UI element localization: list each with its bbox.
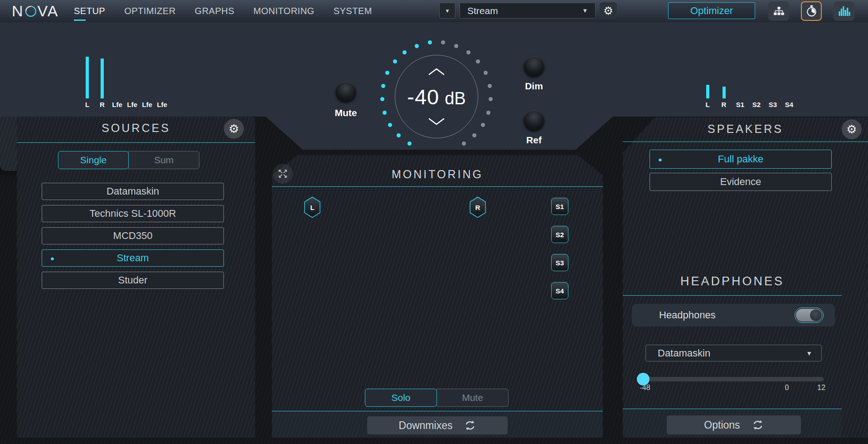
downmixes-label: Downmixes — [399, 420, 453, 432]
speaker-item-evidence[interactable]: Evidence — [650, 173, 832, 191]
speakers-settings-button[interactable]: ⚙ — [842, 119, 862, 139]
meter-channel: Lfe — [155, 53, 170, 109]
gear-icon: ⚙ — [603, 5, 613, 16]
dim-label: Dim — [518, 81, 550, 92]
caret-down-icon: ▼ — [806, 350, 812, 357]
gear-icon: ⚙ — [846, 123, 857, 135]
toggle-knob — [810, 309, 822, 321]
monitor-channel-L[interactable]: L — [304, 196, 321, 218]
monitoring-divider — [272, 186, 603, 187]
nova-logo: N VA — [12, 0, 58, 22]
nova-logo-o-icon — [25, 5, 37, 17]
slider-max-label: 12 — [808, 384, 835, 392]
nav-item-monitoring[interactable]: MONITORING — [253, 0, 315, 22]
meter-label: S2 — [752, 101, 761, 109]
optimizer-button[interactable]: Optimizer — [668, 2, 755, 19]
stopwatch-icon — [805, 5, 818, 17]
downmixes-button[interactable]: Downmixes — [367, 416, 508, 434]
ref-button[interactable] — [524, 110, 544, 131]
ref-label: Ref — [518, 135, 550, 146]
meter-channel: S1 — [732, 71, 748, 109]
meter-label: R — [100, 101, 105, 109]
headphones-toggle[interactable] — [796, 309, 822, 322]
monitor-channel-R[interactable]: R — [469, 196, 486, 218]
mute-button[interactable] — [335, 82, 356, 102]
volume-db-unit: dB — [445, 89, 466, 108]
meter-bar — [101, 59, 104, 98]
caret-down-icon: ▼ — [445, 8, 450, 14]
meter-bar — [86, 57, 89, 98]
volume-up-chevron[interactable] — [428, 68, 445, 75]
speaker-item-label: Evidence — [720, 176, 761, 188]
sources-settings-button[interactable]: ⚙ — [224, 119, 244, 139]
speakers-title: SPEAKERS — [623, 122, 868, 136]
network-view-button[interactable] — [768, 1, 789, 21]
monitor-channel-S1[interactable]: S1 — [551, 198, 568, 215]
meter-label: L — [85, 101, 89, 109]
mode-single-button[interactable]: Single — [58, 151, 129, 169]
slider-zero-label: 0 — [773, 384, 800, 392]
source-item-mcd350[interactable]: MCD350 — [42, 227, 224, 244]
headphones-volume-slider-thumb[interactable] — [637, 373, 650, 385]
nav-item-graphs[interactable]: GRAPHS — [195, 0, 234, 22]
source-item-stream[interactable]: ● Stream — [42, 249, 224, 267]
meter-channel: Lfe — [140, 53, 155, 109]
meter-channel: L — [699, 71, 716, 109]
meter-channel: S4 — [781, 71, 797, 109]
mode-sum-button[interactable]: Sum — [128, 151, 199, 169]
meter-channel: R — [716, 71, 732, 109]
meter-label: S3 — [769, 101, 777, 109]
solo-button[interactable]: Solo — [365, 389, 437, 407]
meter-label: L — [705, 101, 709, 109]
source-select-value: Stream — [467, 5, 498, 16]
nav-item-optimizer[interactable]: OPTIMIZER — [124, 0, 175, 22]
swap-cycle-icon — [464, 420, 476, 431]
nav-item-setup[interactable]: SETUP — [74, 0, 105, 22]
source-item-label: MCD350 — [113, 230, 153, 242]
sources-divider — [17, 142, 255, 143]
meter-bar — [706, 85, 709, 98]
source-item-studer[interactable]: Studer — [42, 272, 224, 289]
meter-label: S4 — [785, 101, 793, 109]
options-button[interactable]: Options — [667, 415, 801, 434]
headphones-footer-divider — [623, 409, 842, 409]
speaker-level-meters: L R S1 S2 S3 S4 — [699, 71, 797, 109]
volume-value: -40 dB — [407, 84, 466, 109]
logo-letter-n: N — [12, 2, 24, 20]
meter-bar — [723, 87, 726, 98]
speakers-divider — [623, 141, 868, 142]
headphones-enable-card: Headphones — [632, 304, 835, 327]
meter-label: Lfe — [142, 101, 152, 109]
monitor-channel-S3[interactable]: S3 — [551, 254, 568, 271]
headphones-divider — [623, 295, 842, 296]
equalizer-bars-icon — [838, 5, 850, 17]
source-select[interactable]: Stream ▼ — [460, 3, 596, 19]
nav-settings-button[interactable]: ⚙ — [600, 2, 617, 19]
source-item-label: Datamaskin — [107, 185, 159, 197]
volume-knob[interactable]: -40 dB — [395, 55, 478, 138]
monitor-channel-S2[interactable]: S2 — [551, 226, 568, 243]
meter-label: R — [722, 101, 727, 109]
selected-bullet-icon: ● — [50, 254, 54, 262]
swap-cycle-icon — [752, 420, 764, 430]
monitor-channel-S4[interactable]: S4 — [551, 282, 568, 299]
mute-mode-button[interactable]: Mute — [436, 389, 509, 407]
headphones-output-value: Datamaskin — [658, 347, 710, 359]
headphones-output-select[interactable]: Datamaskin ▼ — [645, 345, 822, 361]
source-item-datamaskin[interactable]: Datamaskin — [42, 183, 224, 200]
meter-channel: S3 — [765, 71, 781, 109]
headphones-volume-slider-track[interactable] — [637, 377, 824, 381]
meter-channel: L — [80, 53, 95, 109]
meters-view-button[interactable] — [834, 1, 854, 21]
timer-mode-button[interactable] — [801, 1, 822, 21]
dim-button[interactable] — [524, 56, 544, 77]
source-quick-dropdown[interactable]: ▼ — [439, 3, 456, 19]
volume-down-chevron[interactable] — [428, 118, 445, 125]
source-item-label: Technics SL-1000R — [90, 208, 176, 220]
nav-item-system[interactable]: SYSTEM — [334, 0, 372, 22]
source-level-meters: L R Lfe Lfe Lfe Lfe — [80, 53, 170, 109]
source-item-technics[interactable]: Technics SL-1000R — [42, 205, 224, 222]
source-item-label: Studer — [118, 274, 148, 286]
meter-channel: Lfe — [125, 53, 140, 109]
speaker-item-full-pakke[interactable]: ● Full pakke — [650, 150, 832, 169]
